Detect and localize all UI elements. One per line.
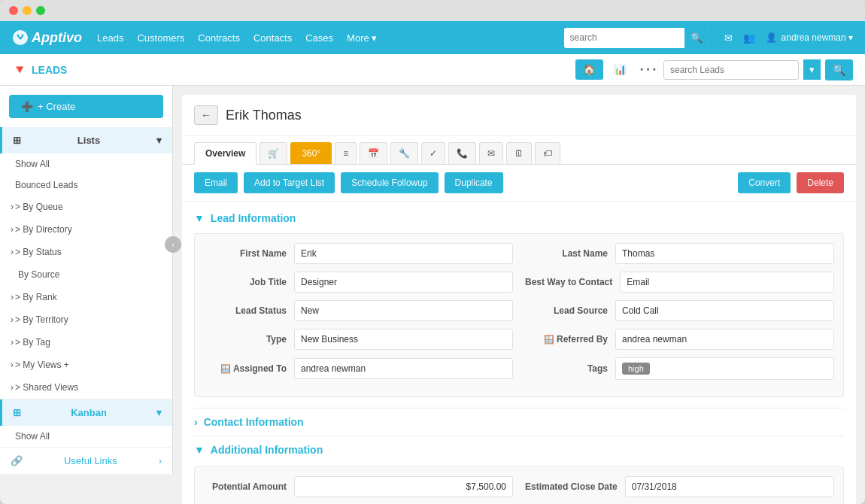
nav-more[interactable]: More ▾: [347, 32, 377, 44]
tab-phone[interactable]: 📞: [448, 142, 476, 164]
last-name-value: Thomas: [615, 243, 834, 264]
nav-contracts[interactable]: Contracts: [198, 32, 240, 44]
lead-information-label: Lead Information: [211, 212, 296, 224]
tab-cart[interactable]: 🛒: [260, 142, 287, 164]
main-content: ➕ + Create ⊞ Lists ▾ Show All Bounced Le…: [0, 86, 865, 504]
minimize-dot[interactable]: [23, 6, 32, 15]
top-icons: ✉ 👥 👤 andrea newman ▾: [724, 32, 853, 44]
tab-overview[interactable]: Overview: [194, 142, 256, 165]
tab-tools[interactable]: 🔧: [390, 142, 418, 164]
home-button[interactable]: 🏠: [575, 59, 603, 80]
sidebar-item-shared-views[interactable]: › > Shared Views: [0, 376, 172, 399]
chart-button[interactable]: 📊: [608, 59, 633, 80]
global-search-button[interactable]: 🔍: [684, 28, 709, 48]
job-title-value: Designer: [294, 272, 513, 293]
form-row-3: Lead Status New Lead Source Cold Call: [204, 300, 834, 321]
create-plus-icon: ➕: [21, 101, 33, 112]
email-button[interactable]: Email: [194, 172, 238, 193]
sidebar-item-bounced[interactable]: Bounced Leads: [0, 175, 172, 196]
additional-information-label: Additional Information: [211, 444, 323, 456]
nav-links: Leads Customers Contracts Contacts Cases…: [97, 32, 377, 44]
form-row-4: Type New Business 🪟 Referred By andrea n…: [204, 329, 834, 350]
additional-information-section: ▼ Additional Information: [182, 436, 856, 463]
sidebar-item-show-all[interactable]: Show All: [0, 153, 172, 175]
user-menu[interactable]: 👤 andrea newman ▾: [766, 32, 853, 43]
form-row-2: Job Title Designer Best Way to Contact E…: [204, 272, 834, 293]
lead-info-chevron-icon: ▼: [194, 212, 205, 224]
form-row-5: 🪟 Assigned To andrea newman Tags high: [204, 357, 834, 380]
chevron-right-icon: ›: [11, 202, 14, 212]
users-icon[interactable]: 👥: [743, 32, 755, 44]
add-form-row-1: Potential Amount $7,500.00 Estimated Clo…: [204, 476, 834, 497]
nav-customers[interactable]: Customers: [137, 32, 184, 44]
close-dot[interactable]: [9, 6, 18, 15]
action-bar: Email Add to Target List Schedule Follow…: [182, 165, 856, 202]
lead-info-form: First Name Erik Last Name Thomas Job: [194, 233, 844, 397]
lead-source-field: Lead Source Cold Call: [525, 300, 834, 321]
sidebar-item-my-views[interactable]: › > My Views +: [0, 354, 172, 376]
sidebar-kanban-show-all[interactable]: Show All: [0, 426, 172, 447]
duplicate-button[interactable]: Duplicate: [445, 172, 503, 193]
nav-leads[interactable]: Leads: [97, 32, 123, 44]
sidebar-lists-section: ⊞ Lists ▾ Show All Bounced Leads › > By …: [0, 127, 172, 399]
global-search-input[interactable]: [564, 29, 684, 47]
additional-information-header[interactable]: ▼ Additional Information: [194, 444, 844, 456]
tab-check[interactable]: ✓: [421, 142, 445, 164]
best-way-field: Best Way to Contact Email: [525, 272, 834, 293]
schedule-followup-button[interactable]: Schedule Followup: [341, 172, 438, 193]
leads-title: 🔻 LEADS: [12, 62, 67, 77]
leads-search-go-button[interactable]: 🔍: [825, 59, 853, 80]
logo-icon: [12, 29, 29, 46]
convert-button[interactable]: Convert: [738, 172, 791, 193]
create-button[interactable]: ➕ + Create: [9, 95, 163, 118]
sidebar-useful-links[interactable]: 🔗 Useful Links ›: [0, 448, 172, 474]
top-nav: Apptivo Leads Customers Contracts Contac…: [0, 21, 865, 54]
sidebar-collapse-button[interactable]: ‹: [165, 236, 181, 253]
lead-status-label: Lead Status: [204, 305, 294, 316]
content-inner: ← Erik Thomas Overview 🛒 360° ≡ 📅 🔧 ✓ 📞 …: [182, 95, 856, 504]
sidebar-item-by-queue[interactable]: › > By Queue: [0, 196, 172, 218]
sidebar-item-by-directory[interactable]: › > By Directory: [0, 218, 172, 241]
sidebar-item-by-territory[interactable]: › > By Territory: [0, 308, 172, 331]
tab-360[interactable]: 360°: [290, 142, 332, 164]
sidebar-item-by-rank[interactable]: › > By Rank: [0, 286, 172, 308]
mail-icon[interactable]: ✉: [724, 32, 733, 44]
kanban-grid-icon: ⊞: [13, 407, 21, 418]
additional-info-form-wrapper: Potential Amount $7,500.00 Estimated Clo…: [182, 463, 856, 504]
sidebar-wrapper: ➕ + Create ⊞ Lists ▾ Show All Bounced Le…: [0, 86, 173, 504]
lead-information-header[interactable]: ▼ Lead Information: [194, 212, 844, 224]
tab-notes[interactable]: 🗓: [506, 142, 532, 164]
page-title: Erik Thomas: [226, 108, 302, 123]
leads-search-dropdown[interactable]: ▾: [803, 59, 821, 80]
sidebar-lists-header[interactable]: ⊞ Lists ▾: [0, 127, 172, 153]
referred-by-label: 🪟 Referred By: [525, 334, 615, 345]
delete-button[interactable]: Delete: [797, 172, 844, 193]
type-field: Type New Business: [204, 329, 513, 350]
lead-source-label: Lead Source: [525, 305, 615, 316]
contact-info-chevron-icon: ›: [194, 416, 198, 428]
sidebar-item-by-source[interactable]: › By Source: [0, 263, 172, 286]
first-name-label: First Name: [204, 248, 294, 259]
maximize-dot[interactable]: [36, 6, 45, 15]
more-dots[interactable]: • • •: [637, 64, 659, 75]
assigned-to-field: 🪟 Assigned To andrea newman: [204, 357, 513, 380]
nav-contacts[interactable]: Contacts: [253, 32, 292, 44]
nav-cases[interactable]: Cases: [305, 32, 333, 44]
sidebar-kanban-header[interactable]: ⊞ Kanban ▾: [0, 399, 172, 426]
create-label: + Create: [38, 101, 75, 112]
tags-badge: high: [622, 363, 650, 375]
leads-search-input[interactable]: [663, 60, 799, 80]
lists-chevron-icon: ▾: [156, 135, 162, 146]
tab-tag[interactable]: 🏷: [535, 142, 560, 164]
tab-mail[interactable]: ✉: [479, 142, 503, 164]
best-way-label: Best Way to Contact: [525, 277, 620, 287]
add-to-target-button[interactable]: Add to Target List: [244, 172, 335, 193]
lead-status-field: Lead Status New: [204, 300, 513, 321]
title-bar: [0, 0, 865, 21]
tab-calendar[interactable]: 📅: [360, 142, 387, 164]
tab-list[interactable]: ≡: [335, 142, 357, 164]
contact-information-header[interactable]: › Contact Information: [194, 416, 844, 428]
sidebar-item-by-status[interactable]: › > By Status: [0, 241, 172, 263]
back-button[interactable]: ←: [194, 105, 218, 125]
sidebar-item-by-tag[interactable]: › > By Tag: [0, 331, 172, 354]
